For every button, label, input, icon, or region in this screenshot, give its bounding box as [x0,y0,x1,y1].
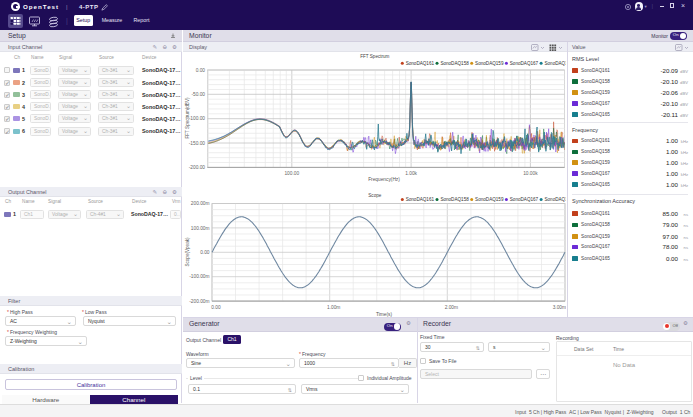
svg-text:0.00: 0.00 [196,68,206,73]
svg-text:3.00m: 3.00m [553,305,566,310]
svg-text:2.00m: 2.00m [445,305,458,310]
svg-text:100.00m: 100.00m [191,226,210,231]
svg-text:-100.00m: -100.00m [189,274,209,279]
svg-text:Scope(Vpeak): Scope(Vpeak) [185,237,190,267]
svg-text:200.00m: 200.00m [191,201,210,206]
svg-text:SonoDAQ161: SonoDAQ161 [406,61,435,66]
svg-text:SonoDAQ159: SonoDAQ159 [475,197,504,202]
svg-text:FFT Spectrum(dBV): FFT Spectrum(dBV) [185,97,190,138]
svg-text:SonoDAQ165: SonoDAQ165 [545,61,567,66]
svg-text:Scope: Scope [368,193,381,198]
svg-text:SonoDAQ158: SonoDAQ158 [440,61,469,66]
svg-text:10.00k: 10.00k [523,171,538,176]
svg-text:100.00: 100.00 [284,171,299,176]
svg-text:SonoDAQ161: SonoDAQ161 [406,197,435,202]
svg-text:1.00m: 1.00m [327,305,340,310]
svg-text:0.00: 0.00 [200,250,210,255]
svg-text:1.00k: 1.00k [405,171,417,176]
svg-text:-50.00: -50.00 [191,92,205,97]
svg-text:SonoDAQ165: SonoDAQ165 [545,197,567,202]
svg-text:-100.00: -100.00 [189,116,206,121]
svg-text:SonoDAQ167: SonoDAQ167 [510,61,539,66]
svg-text:0.00: 0.00 [211,305,221,310]
svg-text:FFT Spectrum: FFT Spectrum [360,54,389,59]
svg-text:SonoDAQ167: SonoDAQ167 [510,197,539,202]
svg-text:-200.00: -200.00 [189,165,206,170]
svg-text:-200.00m: -200.00m [189,299,209,304]
svg-text:SonoDAQ158: SonoDAQ158 [440,197,469,202]
svg-text:Time(s): Time(s) [376,312,392,317]
svg-text:Frequency(Hz): Frequency(Hz) [368,177,400,182]
svg-text:-150.00: -150.00 [189,141,206,146]
svg-text:SonoDAQ159: SonoDAQ159 [475,61,504,66]
